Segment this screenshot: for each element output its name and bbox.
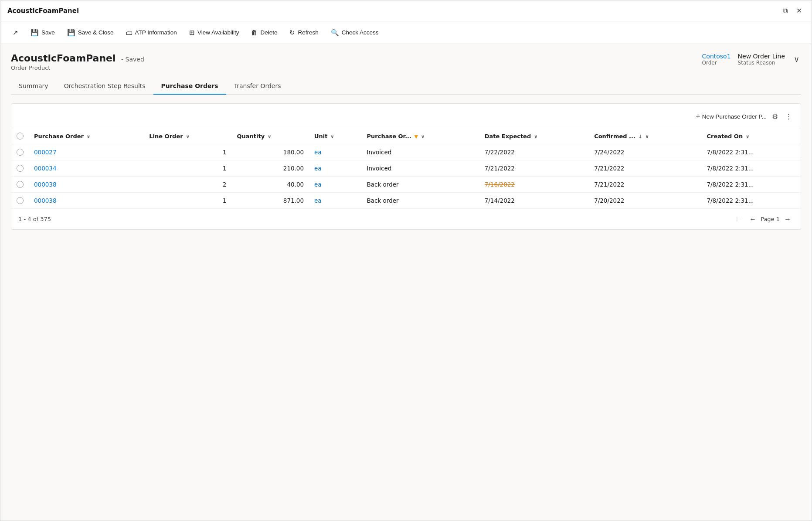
atp-label: ATP Information — [135, 29, 177, 36]
restore-button[interactable]: ⧉ — [780, 6, 790, 16]
record-header: AcousticFoamPanel - Saved Order Product … — [11, 53, 801, 71]
save-icon: 💾 — [31, 29, 39, 37]
select-all-checkbox[interactable] — [17, 133, 24, 140]
status-reason-label: Status Reason — [738, 60, 775, 66]
view-availability-icon: ⊞ — [189, 29, 195, 37]
col-unit[interactable]: Unit ∨ — [309, 128, 361, 144]
confirmed-cell: 7/24/2022 — [589, 144, 701, 160]
tab-purchase-orders[interactable]: Purchase Orders — [153, 78, 226, 95]
created-on-cell: 7/8/2022 2:31... — [701, 144, 801, 160]
content-area: AcousticFoamPanel - Saved Order Product … — [0, 44, 812, 521]
grid-footer: 1 - 4 of 375 ⊢ ← Page 1 → — [11, 209, 801, 229]
purchase-order-link[interactable]: 000034 — [34, 165, 57, 172]
table-header-row: Purchase Order ∨ Line Order ∨ Quantity ∨ — [11, 128, 801, 144]
record-meta: Contoso1 Order New Order Line Status Rea… — [702, 53, 801, 66]
check-access-button[interactable]: 🔍 Check Access — [326, 26, 384, 39]
first-page-button[interactable]: ⊢ — [734, 214, 745, 224]
tab-orchestration[interactable]: Orchestration Step Results — [56, 78, 153, 95]
col-quantity[interactable]: Quantity ∨ — [231, 128, 309, 144]
save-close-label: Save & Close — [78, 29, 114, 36]
record-expand-button[interactable]: ∨ — [792, 53, 801, 66]
pagination-summary: 1 - 4 of 375 — [18, 216, 51, 222]
title-bar: AcousticFoamPanel ⧉ ✕ — [0, 0, 812, 21]
status-cell: Back order — [362, 177, 479, 193]
col-confirmed[interactable]: Confirmed ... ↓ ∨ — [589, 128, 701, 144]
record-order-field: Contoso1 Order — [702, 53, 731, 66]
record-title: AcousticFoamPanel — [11, 53, 116, 64]
record-status-field: New Order Line Status Reason — [738, 53, 785, 66]
new-purchase-order-label: New Purchase Order P... — [702, 113, 767, 120]
date-expected-cell: 7/21/2022 — [479, 160, 589, 177]
prev-page-button[interactable]: ← — [747, 215, 759, 224]
status-sort-icon: ∨ — [421, 134, 425, 140]
refresh-label: Refresh — [298, 29, 318, 36]
col-created-on[interactable]: Created On ∨ — [701, 128, 801, 144]
unit-link[interactable]: ea — [314, 197, 322, 204]
col-purchase-order-status[interactable]: Purchase Or... ▼ ∨ — [362, 128, 479, 144]
row-checkbox[interactable] — [17, 197, 24, 204]
tabs-nav: Summary Orchestration Step Results Purch… — [11, 78, 801, 95]
tab-transfer-orders[interactable]: Transfer Orders — [226, 78, 289, 95]
date-expected-cell: 7/22/2022 — [479, 144, 589, 160]
grid-toolbar: + New Purchase Order P... ⚙ ⋮ — [11, 111, 801, 128]
confirmed-cell: 7/21/2022 — [589, 177, 701, 193]
row-checkbox[interactable] — [17, 165, 24, 172]
unit-sort-icon: ∨ — [330, 134, 334, 140]
page-label: Page 1 — [761, 216, 780, 222]
line-order-cell: 1 — [144, 193, 231, 209]
external-link-icon: ↗ — [13, 29, 18, 37]
toolbar: ↗ 💾 Save 💾 Save & Close 🗃 ATP Informatio… — [0, 21, 812, 44]
refresh-icon: ↻ — [289, 29, 295, 37]
purchase-orders-grid: + New Purchase Order P... ⚙ ⋮ Purchase O… — [11, 103, 801, 230]
line-order-cell: 1 — [144, 144, 231, 160]
status-cell: Back order — [362, 193, 479, 209]
save-close-button[interactable]: 💾 Save & Close — [62, 26, 119, 39]
order-link[interactable]: Contoso1 — [702, 53, 731, 60]
purchase-orders-table: Purchase Order ∨ Line Order ∨ Quantity ∨ — [11, 128, 801, 209]
record-saved-status: - Saved — [121, 56, 144, 63]
unit-link[interactable]: ea — [314, 181, 322, 188]
status-cell: Invoiced — [362, 160, 479, 177]
order-label: Order — [702, 60, 717, 66]
purchase-order-link[interactable]: 000027 — [34, 149, 57, 156]
new-purchase-order-button[interactable]: + New Purchase Order P... — [696, 112, 767, 121]
status-cell: Invoiced — [362, 144, 479, 160]
unit-link[interactable]: ea — [314, 149, 322, 156]
table-row: 000038240.00eaBack order7/16/20227/21/20… — [11, 177, 801, 193]
view-availability-button[interactable]: ⊞ View Availability — [184, 26, 245, 39]
save-label: Save — [41, 29, 55, 36]
row-checkbox[interactable] — [17, 149, 24, 156]
date-expected-cell: 7/14/2022 — [479, 193, 589, 209]
check-access-icon: 🔍 — [331, 29, 339, 37]
quantity-cell: 210.00 — [231, 160, 309, 177]
window-title: AcousticFoamPanel — [7, 7, 79, 15]
line-order-cell: 2 — [144, 177, 231, 193]
grid-more-button[interactable]: ⋮ — [783, 111, 794, 123]
close-button[interactable]: ✕ — [794, 6, 805, 16]
line-order-cell: 1 — [144, 160, 231, 177]
record-title-row: AcousticFoamPanel - Saved — [11, 53, 144, 64]
col-date-expected[interactable]: Date Expected ∨ — [479, 128, 589, 144]
delete-icon: 🗑 — [251, 29, 258, 36]
col-purchase-order[interactable]: Purchase Order ∨ — [29, 128, 144, 144]
created-on-cell: 7/8/2022 2:31... — [701, 177, 801, 193]
next-page-button[interactable]: → — [781, 215, 794, 224]
purchase-order-link[interactable]: 000038 — [34, 197, 57, 204]
external-link-button[interactable]: ↗ — [7, 26, 24, 39]
purchase-order-link[interactable]: 000038 — [34, 181, 57, 188]
unit-link[interactable]: ea — [314, 165, 322, 172]
quantity-cell: 871.00 — [231, 193, 309, 209]
record-title-block: AcousticFoamPanel - Saved Order Product — [11, 53, 144, 71]
grid-settings-button[interactable]: ⚙ — [770, 111, 780, 123]
delete-button[interactable]: 🗑 Delete — [246, 26, 282, 39]
created-on-cell: 7/8/2022 2:31... — [701, 193, 801, 209]
created-on-cell: 7/8/2022 2:31... — [701, 160, 801, 177]
refresh-button[interactable]: ↻ Refresh — [284, 26, 323, 39]
col-line-order[interactable]: Line Order ∨ — [144, 128, 231, 144]
row-checkbox[interactable] — [17, 181, 24, 188]
atp-info-button[interactable]: 🗃 ATP Information — [121, 26, 182, 39]
line-order-sort-icon: ∨ — [186, 134, 190, 140]
record-subtitle: Order Product — [11, 65, 144, 71]
tab-summary[interactable]: Summary — [11, 78, 56, 95]
save-button[interactable]: 💾 Save — [25, 26, 60, 39]
